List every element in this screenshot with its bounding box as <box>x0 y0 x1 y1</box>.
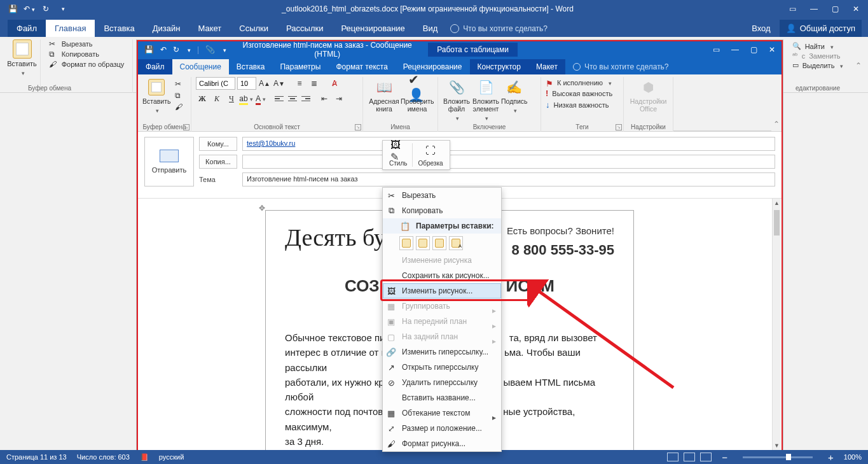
print-layout-icon[interactable] <box>684 453 695 461</box>
ol-tab-review[interactable]: Рецензирование <box>396 59 470 74</box>
ol-paste-button[interactable]: Вставить <box>142 77 171 114</box>
paste-option-4[interactable]: A <box>449 236 463 250</box>
tell-me[interactable]: Что вы хотите сделать? <box>446 20 551 37</box>
ctx-text-wrapping[interactable]: ▦Обтекание текстом <box>383 405 501 421</box>
crop-button[interactable]: ⛶Обрезка <box>413 143 448 167</box>
select-button[interactable]: Выделить <box>792 61 844 69</box>
clear-format-icon[interactable]: A̷ <box>328 77 341 90</box>
ol-tab-design[interactable]: Конструктор <box>470 59 528 74</box>
ol-tab-file[interactable]: Файл <box>138 59 172 74</box>
align-center-icon[interactable] <box>287 93 298 104</box>
find-button[interactable]: Найти <box>792 42 844 50</box>
format-painter-button[interactable]: Формат по образцу <box>49 60 125 69</box>
ctx-remove-hyperlink[interactable]: ⊘Удалить гиперссылку <box>383 375 501 390</box>
status-words[interactable]: Число слов: 603 <box>77 453 130 461</box>
ribbon-options-icon[interactable]: ▭ <box>789 4 796 13</box>
web-layout-icon[interactable] <box>700 453 712 461</box>
inc-indent-icon[interactable]: ⇥ <box>333 92 345 105</box>
replace-button[interactable]: ᵃᵇc Заменить <box>792 52 844 60</box>
paste-option-3[interactable] <box>432 236 446 250</box>
zoom-in-icon[interactable]: + <box>828 452 834 463</box>
status-page[interactable]: Страница 11 из 13 <box>6 453 67 461</box>
ol-qat-customize-icon[interactable] <box>221 45 226 54</box>
ctx-size-position[interactable]: ⤢Размер и положение... <box>383 421 501 436</box>
signin-link[interactable]: Вход <box>752 24 770 33</box>
ol-tab-options[interactable]: Параметры <box>272 59 328 74</box>
ctx-format-picture[interactable]: 🖌Формат рисунка... <box>383 436 501 451</box>
basictext-launcher-icon[interactable]: ↘ <box>355 124 361 130</box>
underline-button[interactable]: Ч <box>225 92 238 105</box>
minimize-icon[interactable]: — <box>810 4 818 13</box>
to-button[interactable]: Кому... <box>199 137 237 151</box>
paste-button[interactable]: Вставить <box>7 39 37 76</box>
grow-font-icon[interactable]: A▲ <box>258 77 271 90</box>
ctx-insert-caption[interactable]: Вставить название... <box>383 390 501 405</box>
to-field[interactable]: test@10bukv.ru <box>242 137 775 151</box>
subject-field[interactable]: Изготовление html-писем на заказ <box>242 172 775 186</box>
copy-button[interactable]: Копировать <box>49 50 125 59</box>
tab-insert[interactable]: Вставка <box>95 20 143 37</box>
italic-button[interactable]: К <box>210 92 223 105</box>
ctx-open-hyperlink[interactable]: ↗Открыть гиперссылку <box>383 360 501 375</box>
ol-ribbon-options-icon[interactable]: ▭ <box>713 45 720 54</box>
ol-minimize-icon[interactable]: — <box>731 45 739 54</box>
clipboard-launcher-icon[interactable]: ↘ <box>183 124 189 130</box>
status-zoom[interactable]: 100% <box>844 453 862 461</box>
tags-launcher-icon[interactable]: ↘ <box>616 124 622 130</box>
style-button[interactable]: 🖼✎Стиль <box>384 143 412 167</box>
ol-tell-me[interactable]: Что вы хотите сделать? <box>565 59 677 74</box>
fontcolor-button[interactable]: A <box>254 92 267 105</box>
status-language[interactable]: русский <box>159 453 184 461</box>
close-icon[interactable]: ✕ <box>853 4 859 13</box>
tab-file[interactable]: Файл <box>8 20 46 37</box>
office-addins-button[interactable]: ⬢Надстройки Office <box>628 77 668 113</box>
tab-layout[interactable]: Макет <box>189 20 230 37</box>
align-right-icon[interactable] <box>300 93 312 104</box>
table-anchor-icon[interactable]: ✥ <box>259 204 265 213</box>
ol-tab-message[interactable]: Сообщение <box>172 59 229 74</box>
ol-save-icon[interactable]: 💾 <box>144 45 154 54</box>
bullets-icon[interactable]: ≡ <box>293 77 306 90</box>
attach-file-button[interactable]: 📎Вложить файл <box>443 77 471 122</box>
attach-item-button[interactable]: 📄Вложить элемент <box>471 77 501 122</box>
dec-indent-icon[interactable]: ⇤ <box>318 92 331 105</box>
read-mode-icon[interactable] <box>667 453 679 461</box>
check-names-button[interactable]: ✔👤Проверить имена <box>401 77 434 113</box>
bold-button[interactable]: Ж <box>196 92 209 105</box>
followup-button[interactable]: К исполнению <box>546 79 619 87</box>
highlight-button[interactable]: ab <box>240 92 252 105</box>
send-button[interactable]: Отправить <box>144 137 194 186</box>
tab-view[interactable]: Вид <box>414 20 447 37</box>
low-importance-button[interactable]: Низкая важность <box>546 100 619 109</box>
ctx-change-picture[interactable]: 🖼Изменить рисунок... <box>383 283 501 299</box>
ol-tab-insert[interactable]: Вставка <box>229 59 273 74</box>
ctx-save-as-picture[interactable]: Сохранить как рисунок... <box>383 268 501 283</box>
undo-icon[interactable]: ↶ <box>24 4 34 14</box>
cut-button[interactable]: Вырезать <box>49 39 125 48</box>
qat-customize-icon[interactable] <box>57 4 67 14</box>
tab-review[interactable]: Рецензирование <box>332 20 413 37</box>
vertical-scrollbar[interactable] <box>772 199 781 450</box>
shrink-font-icon[interactable]: A▼ <box>273 77 286 90</box>
signature-button[interactable]: ✍Подпись <box>501 77 528 122</box>
tab-home[interactable]: Главная <box>46 20 95 37</box>
ol-tab-layout[interactable]: Макет <box>528 59 565 74</box>
font-size-input[interactable] <box>237 77 256 90</box>
align-left-icon[interactable] <box>273 93 285 104</box>
ol-qat-more-icon[interactable] <box>186 45 191 54</box>
share-button[interactable]: 👤Общий доступ <box>780 20 862 37</box>
zoom-slider[interactable] <box>743 456 813 458</box>
ol-collapse-ribbon-icon[interactable]: ⌃ <box>771 77 782 131</box>
ol-undo-icon[interactable]: ↶ <box>160 45 167 54</box>
collapse-ribbon-icon[interactable]: ⌃ <box>853 39 864 92</box>
ctx-copy[interactable]: ⧉Копировать <box>383 203 501 218</box>
ol-redo-icon[interactable]: ↻ <box>173 45 179 54</box>
font-name-input[interactable] <box>196 77 235 90</box>
ol-copy-icon[interactable] <box>175 91 184 100</box>
status-proofing-icon[interactable]: 📕 <box>140 453 149 461</box>
ol-brush-icon[interactable] <box>175 102 184 111</box>
high-importance-button[interactable]: Высокая важность <box>546 88 619 98</box>
cc-field[interactable] <box>242 155 775 169</box>
paste-option-2[interactable] <box>416 236 430 250</box>
tab-mailings[interactable]: Рассылки <box>277 20 332 37</box>
